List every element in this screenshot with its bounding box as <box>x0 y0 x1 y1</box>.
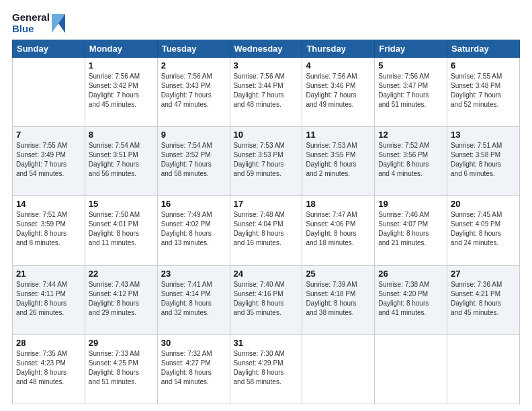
calendar-cell: 22Sunrise: 7:43 AM Sunset: 4:12 PM Dayli… <box>85 265 157 334</box>
day-info: Sunrise: 7:53 AM Sunset: 3:53 PM Dayligh… <box>234 141 299 179</box>
calendar-cell: 27Sunrise: 7:36 AM Sunset: 4:21 PM Dayli… <box>447 265 520 334</box>
day-number: 17 <box>234 199 299 209</box>
logo-triangle-icon <box>52 14 65 33</box>
calendar-day-header: Monday <box>85 40 157 58</box>
day-number: 22 <box>89 269 154 279</box>
calendar-cell <box>302 334 375 404</box>
day-info: Sunrise: 7:36 AM Sunset: 4:21 PM Dayligh… <box>451 280 516 318</box>
calendar-day-header: Sunday <box>13 40 85 58</box>
day-info: Sunrise: 7:38 AM Sunset: 4:20 PM Dayligh… <box>378 280 443 318</box>
calendar-cell: 3Sunrise: 7:56 AM Sunset: 3:44 PM Daylig… <box>230 58 302 127</box>
day-number: 2 <box>161 60 226 71</box>
day-info: Sunrise: 7:47 AM Sunset: 4:06 PM Dayligh… <box>306 210 371 248</box>
day-info: Sunrise: 7:46 AM Sunset: 4:07 PM Dayligh… <box>378 210 443 248</box>
day-info: Sunrise: 7:56 AM Sunset: 3:47 PM Dayligh… <box>378 72 443 109</box>
calendar-cell <box>13 58 85 127</box>
day-info: Sunrise: 7:35 AM Sunset: 4:23 PM Dayligh… <box>16 349 81 387</box>
day-info: Sunrise: 7:52 AM Sunset: 3:56 PM Dayligh… <box>378 141 443 179</box>
calendar-cell <box>375 334 447 404</box>
day-number: 8 <box>89 130 154 140</box>
day-number: 12 <box>378 130 443 140</box>
calendar-cell: 31Sunrise: 7:30 AM Sunset: 4:29 PM Dayli… <box>230 334 302 404</box>
calendar-week-row: 14Sunrise: 7:51 AM Sunset: 3:59 PM Dayli… <box>13 196 520 265</box>
day-info: Sunrise: 7:32 AM Sunset: 4:27 PM Dayligh… <box>161 349 226 387</box>
calendar-cell: 23Sunrise: 7:41 AM Sunset: 4:14 PM Dayli… <box>157 265 230 334</box>
calendar-cell: 21Sunrise: 7:44 AM Sunset: 4:11 PM Dayli… <box>13 265 85 334</box>
calendar-body: 1Sunrise: 7:56 AM Sunset: 3:42 PM Daylig… <box>13 58 520 404</box>
logo-line2: Blue <box>12 24 50 35</box>
calendar-header-row: SundayMondayTuesdayWednesdayThursdayFrid… <box>13 40 520 58</box>
day-info: Sunrise: 7:33 AM Sunset: 4:25 PM Dayligh… <box>89 349 154 387</box>
calendar-week-row: 1Sunrise: 7:56 AM Sunset: 3:42 PM Daylig… <box>13 58 520 127</box>
day-number: 1 <box>89 60 154 71</box>
day-number: 13 <box>451 130 516 140</box>
day-info: Sunrise: 7:54 AM Sunset: 3:52 PM Dayligh… <box>161 141 226 179</box>
day-info: Sunrise: 7:56 AM Sunset: 3:42 PM Dayligh… <box>89 72 154 109</box>
day-number: 15 <box>89 199 154 209</box>
calendar-cell: 9Sunrise: 7:54 AM Sunset: 3:52 PM Daylig… <box>157 127 230 196</box>
day-info: Sunrise: 7:55 AM Sunset: 3:49 PM Dayligh… <box>16 141 81 179</box>
logo-line1: General <box>12 12 50 24</box>
calendar-day-header: Saturday <box>447 40 520 58</box>
day-info: Sunrise: 7:51 AM Sunset: 3:58 PM Dayligh… <box>451 141 516 179</box>
calendar-cell: 25Sunrise: 7:39 AM Sunset: 4:18 PM Dayli… <box>302 265 375 334</box>
day-info: Sunrise: 7:40 AM Sunset: 4:16 PM Dayligh… <box>234 280 299 318</box>
calendar-cell: 29Sunrise: 7:33 AM Sunset: 4:25 PM Dayli… <box>85 334 157 404</box>
day-number: 5 <box>378 60 443 71</box>
day-number: 7 <box>16 130 81 140</box>
day-info: Sunrise: 7:44 AM Sunset: 4:11 PM Dayligh… <box>16 280 81 318</box>
day-info: Sunrise: 7:56 AM Sunset: 3:43 PM Dayligh… <box>161 72 226 109</box>
calendar-cell: 11Sunrise: 7:53 AM Sunset: 3:55 PM Dayli… <box>302 127 375 196</box>
day-info: Sunrise: 7:48 AM Sunset: 4:04 PM Dayligh… <box>234 210 299 248</box>
calendar-day-header: Thursday <box>302 40 375 58</box>
calendar-cell: 18Sunrise: 7:47 AM Sunset: 4:06 PM Dayli… <box>302 196 375 265</box>
calendar-cell: 28Sunrise: 7:35 AM Sunset: 4:23 PM Dayli… <box>13 334 85 404</box>
day-number: 23 <box>161 269 226 279</box>
calendar-table: SundayMondayTuesdayWednesdayThursdayFrid… <box>12 40 520 404</box>
calendar-cell: 13Sunrise: 7:51 AM Sunset: 3:58 PM Dayli… <box>447 127 520 196</box>
logo: General Blue <box>12 12 65 34</box>
day-number: 29 <box>89 338 154 348</box>
calendar-week-row: 21Sunrise: 7:44 AM Sunset: 4:11 PM Dayli… <box>13 265 520 334</box>
day-number: 24 <box>234 269 299 279</box>
day-number: 14 <box>16 199 81 209</box>
calendar-cell: 5Sunrise: 7:56 AM Sunset: 3:47 PM Daylig… <box>375 58 447 127</box>
calendar-cell: 16Sunrise: 7:49 AM Sunset: 4:02 PM Dayli… <box>157 196 230 265</box>
calendar-day-header: Friday <box>375 40 447 58</box>
calendar-cell: 20Sunrise: 7:45 AM Sunset: 4:09 PM Dayli… <box>447 196 520 265</box>
calendar-cell: 6Sunrise: 7:55 AM Sunset: 3:48 PM Daylig… <box>447 58 520 127</box>
day-number: 28 <box>16 338 81 348</box>
day-info: Sunrise: 7:49 AM Sunset: 4:02 PM Dayligh… <box>161 210 226 248</box>
calendar-cell: 14Sunrise: 7:51 AM Sunset: 3:59 PM Dayli… <box>13 196 85 265</box>
day-number: 9 <box>161 130 226 140</box>
calendar-cell: 7Sunrise: 7:55 AM Sunset: 3:49 PM Daylig… <box>13 127 85 196</box>
day-number: 26 <box>378 269 443 279</box>
day-number: 25 <box>306 269 371 279</box>
calendar-day-header: Wednesday <box>230 40 302 58</box>
day-number: 10 <box>234 130 299 140</box>
day-number: 18 <box>306 199 371 209</box>
calendar-week-row: 28Sunrise: 7:35 AM Sunset: 4:23 PM Dayli… <box>13 334 520 404</box>
calendar-cell: 19Sunrise: 7:46 AM Sunset: 4:07 PM Dayli… <box>375 196 447 265</box>
day-info: Sunrise: 7:53 AM Sunset: 3:55 PM Dayligh… <box>306 141 371 179</box>
calendar-cell: 24Sunrise: 7:40 AM Sunset: 4:16 PM Dayli… <box>230 265 302 334</box>
day-info: Sunrise: 7:50 AM Sunset: 4:01 PM Dayligh… <box>89 210 154 248</box>
page: General Blue SundayMondayTuesdayWednesda… <box>0 0 532 411</box>
day-info: Sunrise: 7:51 AM Sunset: 3:59 PM Dayligh… <box>16 210 81 248</box>
calendar-cell: 17Sunrise: 7:48 AM Sunset: 4:04 PM Dayli… <box>230 196 302 265</box>
day-number: 3 <box>234 60 299 71</box>
day-number: 21 <box>16 269 81 279</box>
day-info: Sunrise: 7:56 AM Sunset: 3:44 PM Dayligh… <box>234 72 299 109</box>
day-number: 27 <box>451 269 516 279</box>
calendar-cell: 8Sunrise: 7:54 AM Sunset: 3:51 PM Daylig… <box>85 127 157 196</box>
calendar-week-row: 7Sunrise: 7:55 AM Sunset: 3:49 PM Daylig… <box>13 127 520 196</box>
day-info: Sunrise: 7:54 AM Sunset: 3:51 PM Dayligh… <box>89 141 154 179</box>
day-info: Sunrise: 7:43 AM Sunset: 4:12 PM Dayligh… <box>89 280 154 318</box>
calendar-cell: 10Sunrise: 7:53 AM Sunset: 3:53 PM Dayli… <box>230 127 302 196</box>
calendar-cell: 30Sunrise: 7:32 AM Sunset: 4:27 PM Dayli… <box>157 334 230 404</box>
day-number: 16 <box>161 199 226 209</box>
day-number: 31 <box>234 338 299 348</box>
calendar-cell: 1Sunrise: 7:56 AM Sunset: 3:42 PM Daylig… <box>85 58 157 127</box>
day-info: Sunrise: 7:30 AM Sunset: 4:29 PM Dayligh… <box>234 349 299 387</box>
calendar-day-header: Tuesday <box>157 40 230 58</box>
